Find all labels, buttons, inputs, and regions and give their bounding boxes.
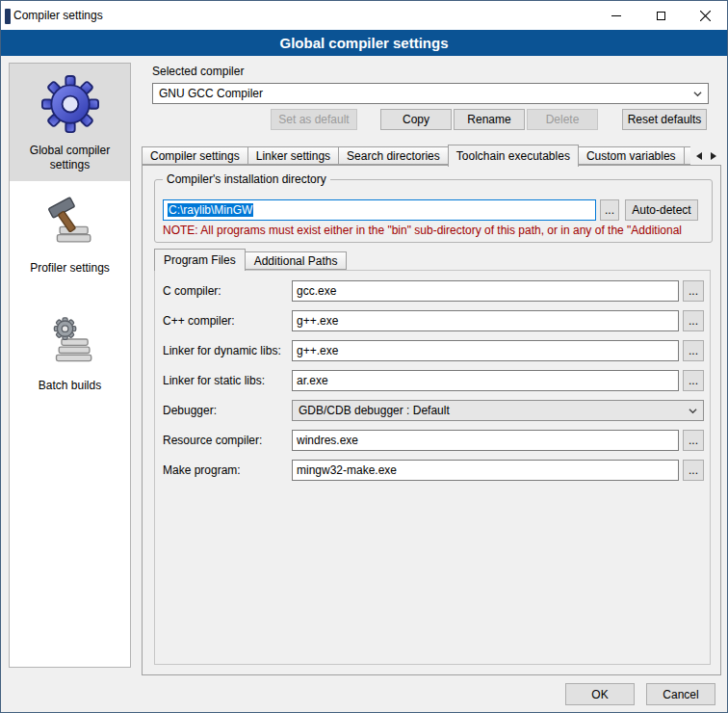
dialog-header: Global compiler settings: [1, 30, 727, 56]
settings-sidebar: Global compiler settings Profiler settin…: [9, 63, 131, 668]
set-as-default-button: Set as default: [271, 109, 357, 130]
installation-directory-legend: Compiler's installation directory: [163, 172, 330, 186]
selected-compiler-dropdown[interactable]: GNU GCC Compiler: [152, 83, 709, 104]
tab-compiler-settings[interactable]: Compiler settings: [142, 146, 248, 165]
sidebar-item-label: Global compiler settings: [13, 144, 126, 172]
bin-subdirectory-note: NOTE: All programs must exist either in …: [163, 224, 708, 237]
cancel-button[interactable]: Cancel: [646, 683, 715, 705]
sidebar-item-global-compiler-settings[interactable]: Global compiler settings: [10, 64, 130, 181]
debugger-value: GDB/CDB debugger : Default: [299, 404, 450, 417]
linker-dynamic-label: Linker for dynamic libs:: [163, 340, 281, 361]
chevron-down-icon: [688, 85, 707, 102]
tab-label: Toolchain executables: [456, 149, 570, 163]
sidebar-item-label: Profiler settings: [30, 261, 110, 276]
tab-label: Search directories: [347, 149, 440, 163]
make-program-browse-button[interactable]: ...: [683, 460, 704, 481]
ellipsis-icon: ...: [689, 314, 698, 328]
cpp-compiler-browse-button[interactable]: ...: [683, 310, 704, 331]
maximize-icon: [657, 12, 665, 20]
cpp-compiler-label: C++ compiler:: [163, 310, 235, 331]
ellipsis-icon: ...: [689, 374, 698, 387]
blue-gear-icon: [39, 73, 101, 135]
ellipsis-icon: ...: [605, 203, 614, 217]
selected-compiler-label: Selected compiler: [152, 65, 244, 78]
delete-label: Delete: [546, 113, 580, 126]
window-title: Compiler settings: [13, 9, 103, 22]
install-dir-browse-button[interactable]: ...: [600, 199, 619, 221]
subtab-label: Program Files: [164, 253, 236, 267]
compiler-settings-dialog: Compiler settings Global compiler settin…: [0, 0, 728, 713]
chevron-down-icon: [683, 402, 702, 419]
tab-label: Compiler settings: [150, 149, 240, 163]
copy-label: Copy: [403, 113, 429, 126]
linker-static-browse-button[interactable]: ...: [683, 370, 704, 391]
dialog-header-title: Global compiler settings: [279, 35, 448, 51]
subtab-program-files[interactable]: Program Files: [154, 249, 246, 271]
tab-label: Linker settings: [256, 149, 330, 163]
linker-static-label: Linker for static libs:: [163, 370, 265, 391]
tab-label: Custom variables: [586, 149, 676, 163]
auto-detect-label: Auto-detect: [632, 203, 690, 217]
make-program-input[interactable]: [292, 460, 679, 481]
c-compiler-browse-button[interactable]: ...: [683, 280, 704, 302]
maximize-button[interactable]: [638, 1, 683, 30]
install-dir-input[interactable]: C:\raylib\MinGW: [163, 199, 596, 221]
ellipsis-icon: ...: [689, 344, 698, 357]
close-icon: [700, 11, 711, 21]
subtab-additional-paths[interactable]: Additional Paths: [245, 251, 348, 270]
sidebar-item-batch-builds[interactable]: Batch builds: [10, 299, 130, 416]
linker-dynamic-input[interactable]: [292, 340, 679, 361]
ellipsis-icon: ...: [689, 434, 698, 447]
copy-button[interactable]: Copy: [380, 109, 452, 130]
minimize-button[interactable]: [594, 1, 638, 30]
auto-detect-button[interactable]: Auto-detect: [625, 199, 698, 221]
install-dir-selected-text: C:\raylib\MinGW: [168, 203, 253, 217]
set-as-default-label: Set as default: [278, 113, 349, 126]
toolchain-subtab-bar: Program Files Additional Paths: [154, 249, 346, 271]
resource-compiler-label: Resource compiler:: [163, 430, 262, 451]
ok-button[interactable]: OK: [565, 683, 635, 705]
tab-scroll-left-icon: [696, 152, 702, 160]
title-bar[interactable]: Compiler settings: [1, 1, 727, 30]
tab-custom-variables[interactable]: Custom variables: [578, 146, 685, 165]
linker-dynamic-browse-button[interactable]: ...: [683, 340, 704, 361]
debugger-dropdown[interactable]: GDB/CDB debugger : Default: [292, 400, 704, 421]
reset-defaults-button[interactable]: Reset defaults: [622, 109, 707, 130]
c-compiler-input[interactable]: [292, 280, 679, 302]
ellipsis-icon: ...: [689, 284, 698, 298]
selected-compiler-value: GNU GCC Compiler: [159, 87, 263, 100]
close-button[interactable]: [683, 1, 727, 30]
resource-compiler-browse-button[interactable]: ...: [683, 430, 704, 451]
tab-toolchain-executables[interactable]: Toolchain executables: [448, 145, 579, 167]
program-files-page: C compiler: ... C++ compiler: ... Linker…: [154, 270, 711, 665]
ellipsis-icon: ...: [689, 463, 698, 477]
debugger-label: Debugger:: [163, 400, 217, 421]
window-icon: [5, 9, 11, 24]
delete-button: Delete: [527, 109, 598, 130]
tab-linker-settings[interactable]: Linker settings: [247, 146, 339, 165]
cancel-label: Cancel: [663, 688, 698, 701]
tab-scroll-right-icon: [711, 152, 716, 160]
reset-defaults-label: Reset defaults: [628, 113, 702, 126]
resource-compiler-input[interactable]: [292, 430, 679, 451]
hammer-profiler-icon: [39, 191, 101, 252]
sidebar-item-profiler-settings[interactable]: Profiler settings: [10, 181, 130, 299]
subtab-label: Additional Paths: [254, 254, 338, 268]
tab-build-options[interactable]: Buil: [684, 146, 690, 165]
make-program-label: Make program:: [163, 460, 241, 481]
toolchain-executables-panel: Compiler's installation directory C:\ray…: [142, 165, 721, 675]
c-compiler-label: C compiler:: [163, 280, 221, 302]
tab-scroll-left-button[interactable]: [692, 148, 706, 164]
cpp-compiler-input[interactable]: [292, 310, 679, 331]
ok-label: OK: [591, 688, 608, 701]
tab-scroll-right-button[interactable]: [707, 148, 720, 164]
sidebar-item-label: Batch builds: [39, 379, 101, 393]
gray-gears-icon: [39, 308, 101, 370]
installation-directory-groupbox: Compiler's installation directory C:\ray…: [154, 179, 713, 243]
linker-static-input[interactable]: [292, 370, 679, 391]
minimize-icon: [611, 15, 621, 16]
tab-search-directories[interactable]: Search directories: [338, 146, 449, 165]
rename-label: Rename: [467, 113, 510, 126]
main-tab-bar: Compiler settings Linker settings Search…: [142, 145, 690, 167]
rename-button[interactable]: Rename: [454, 109, 525, 130]
